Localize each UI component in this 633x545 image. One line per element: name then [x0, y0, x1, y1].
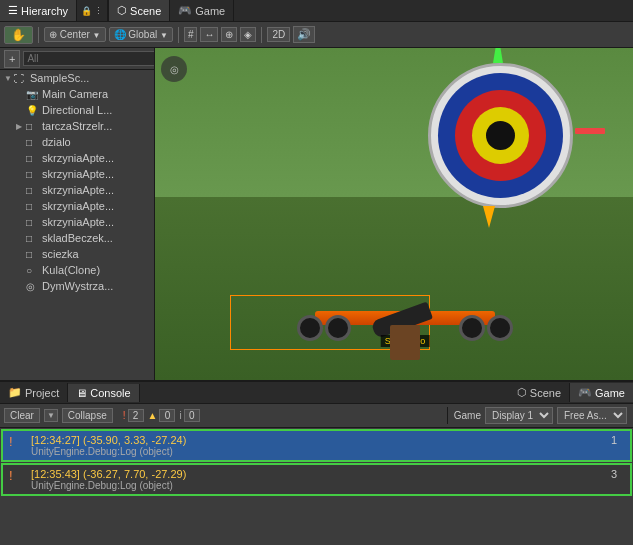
hier-label-sklad: skladBeczek...: [42, 232, 113, 244]
hierarchy-search-bar: +: [0, 48, 154, 70]
scene-icon: ⬡: [117, 4, 127, 17]
hier-label-maincamera: Main Camera: [42, 88, 108, 100]
collapse-btn[interactable]: Collapse: [62, 408, 113, 423]
hier-item-dym[interactable]: ◎ DymWystrza...: [0, 278, 154, 294]
scene-tab-label: Scene: [130, 5, 161, 17]
hier-item-sklad[interactable]: □ skladBeczek...: [0, 230, 154, 246]
pivot-icon: ⊕: [49, 29, 57, 40]
warning-icon: ▲: [148, 410, 158, 421]
cannon-body-group: SlotDzialo: [315, 311, 495, 325]
hier-label-dym: DymWystrza...: [42, 280, 113, 292]
hierarchy-menu-btn[interactable]: ⋮: [94, 6, 103, 16]
hierarchy-search-input[interactable]: [23, 51, 155, 66]
error-icon: !: [123, 410, 126, 421]
entry2-count: 3: [604, 468, 624, 480]
count-warnings: ▲ 0: [148, 409, 176, 422]
center-dropdown-icon: ▼: [93, 31, 101, 40]
hier-label-skrzynia5: skrzyniaApte...: [42, 216, 114, 228]
hier-item-directional[interactable]: 💡 Directional L...: [0, 102, 154, 118]
tool3-btn[interactable]: ◈: [240, 27, 256, 42]
entry2-error-icon: !: [9, 468, 25, 483]
hier-item-skrzynia3[interactable]: □ skrzyniaApte...: [0, 182, 154, 198]
cannon-platform[interactable]: SlotDzialo: [315, 303, 495, 325]
hier-item-maincamera[interactable]: 📷 Main Camera: [0, 86, 154, 102]
entry2-text: [12:35:43] (-36.27, 7.70, -27.29) UnityE…: [31, 468, 598, 491]
entry1-error-icon: !: [9, 434, 25, 449]
entry1-text: [12:34:27] (-35.90, 3.33, -27.24) UnityE…: [31, 434, 598, 457]
tab-game-bottom[interactable]: 🎮 Game: [570, 383, 633, 402]
entry2-line2: UnityEngine.Debug:Log (object): [31, 480, 598, 491]
hier-label-dzialo: dzialo: [42, 136, 71, 148]
center-btn[interactable]: ⊕ Center ▼: [44, 27, 106, 42]
clear-dropdown-icon[interactable]: ▼: [44, 409, 58, 422]
entry1-line2: UnityEngine.Debug:Log (object): [31, 446, 598, 457]
hier-item-skrzynia4[interactable]: □ skrzyniaApte...: [0, 198, 154, 214]
count-errors: ! 2: [123, 409, 144, 422]
cannon-stand: [390, 325, 420, 360]
camera-obj-icon: 📷: [26, 89, 40, 100]
hier-item-samplescene[interactable]: ▼ ⛶ SampleSc...: [0, 70, 154, 86]
target-object[interactable]: [428, 63, 573, 208]
log-icon: i: [179, 410, 181, 421]
hier-item-sciezka[interactable]: □ sciezka: [0, 246, 154, 262]
transform-arrow-up: [493, 48, 503, 63]
2d-btn[interactable]: 2D: [267, 27, 290, 42]
count-logs: i 0: [179, 409, 199, 422]
game-bottom-tab-label: Game: [595, 387, 625, 399]
game-tab-label: Game: [195, 5, 225, 17]
game-display-label: Game: [454, 410, 481, 421]
transform-arrow-right: [575, 128, 605, 134]
tab-console[interactable]: 🖥 Console: [68, 384, 139, 402]
tab-hierarchy[interactable]: ☰ Hierarchy: [0, 0, 77, 21]
hand-tool-btn[interactable]: ✋: [4, 26, 33, 44]
tool2-btn[interactable]: ⊕: [221, 27, 237, 42]
hier-label-directional: Directional L...: [42, 104, 112, 116]
game-free-select[interactable]: Free As...: [557, 407, 627, 424]
hier-label-sciezka: sciezka: [42, 248, 79, 260]
hier-item-skrzynia2[interactable]: □ skrzyniaApte...: [0, 166, 154, 182]
tab-game[interactable]: 🎮 Game: [170, 0, 234, 21]
hierarchy-lock-btn[interactable]: 🔒: [81, 6, 92, 16]
hierarchy-tab-controls: 🔒 ⋮: [77, 0, 109, 21]
tool1-btn[interactable]: ↔: [200, 27, 218, 42]
clear-btn[interactable]: Clear: [4, 408, 40, 423]
light-obj-icon: 💡: [26, 105, 40, 116]
wheel-left1: [297, 315, 323, 341]
grid-btn[interactable]: #: [184, 27, 198, 42]
scene-arrow-icon: ▼: [4, 74, 12, 83]
scene-gizmo: ◎: [161, 56, 187, 82]
wheel-left2: [325, 315, 351, 341]
game-icon: 🎮: [178, 4, 192, 17]
global-btn[interactable]: 🌐 Global ▼: [109, 27, 173, 42]
transform-arrow-down: [483, 206, 495, 228]
console-tab-label: Console: [90, 387, 130, 399]
scene-toolbar: ✋ ⊕ Center ▼ 🌐 Global ▼ # ↔ ⊕ ◈ 2D 🔊: [0, 22, 633, 48]
hier-item-skrzynia5[interactable]: □ skrzyniaApte...: [0, 214, 154, 230]
hier-item-tarcza[interactable]: ▶ □ tarczaStrzelr...: [0, 118, 154, 134]
hier-label-samplescene: SampleSc...: [30, 72, 89, 84]
hier-label-skrzynia3: skrzyniaApte...: [42, 184, 114, 196]
console-entry-2[interactable]: ! [12:35:43] (-36.27, 7.70, -27.29) Unit…: [1, 463, 632, 496]
hier-item-kula[interactable]: ○ Kula(Clone): [0, 262, 154, 278]
hier-item-skrzynia1[interactable]: □ skrzyniaApte...: [0, 150, 154, 166]
wheel-right2: [459, 315, 485, 341]
hier-label-skrzynia2: skrzyniaApte...: [42, 168, 114, 180]
entry1-count: 1: [604, 434, 624, 446]
hierarchy-panel: + ▼ ⛶ SampleSc... 📷 Main Camera 💡 Direct…: [0, 48, 155, 380]
tab-scene[interactable]: ⬡ Scene: [109, 0, 170, 21]
game-display-select[interactable]: Display 1: [485, 407, 553, 424]
bottom-tab-row: 📁 Project 🖥 Console ⬡ Scene 🎮 Game: [0, 382, 633, 404]
hier-item-dzialo[interactable]: □ dzialo: [0, 134, 154, 150]
dzialo-obj-icon: □: [26, 137, 40, 148]
add-hierarchy-btn[interactable]: +: [4, 50, 20, 68]
console-entry-1[interactable]: ! [12:34:27] (-35.90, 3.33, -27.24) Unit…: [1, 429, 632, 462]
tab-project[interactable]: 📁 Project: [0, 383, 68, 402]
hier-label-skrzynia4: skrzyniaApte...: [42, 200, 114, 212]
console-controls: Clear ▼ Collapse ! 2 ▲ 0 i 0: [0, 408, 447, 423]
tab-scene-bottom[interactable]: ⬡ Scene: [509, 383, 570, 402]
hier-label-skrzynia1: skrzyniaApte...: [42, 152, 114, 164]
log-count: 0: [184, 409, 200, 422]
audio-btn[interactable]: 🔊: [293, 26, 315, 43]
console-toolbar-row: Clear ▼ Collapse ! 2 ▲ 0 i 0 Game Displa…: [0, 404, 633, 428]
error-count: 2: [128, 409, 144, 422]
